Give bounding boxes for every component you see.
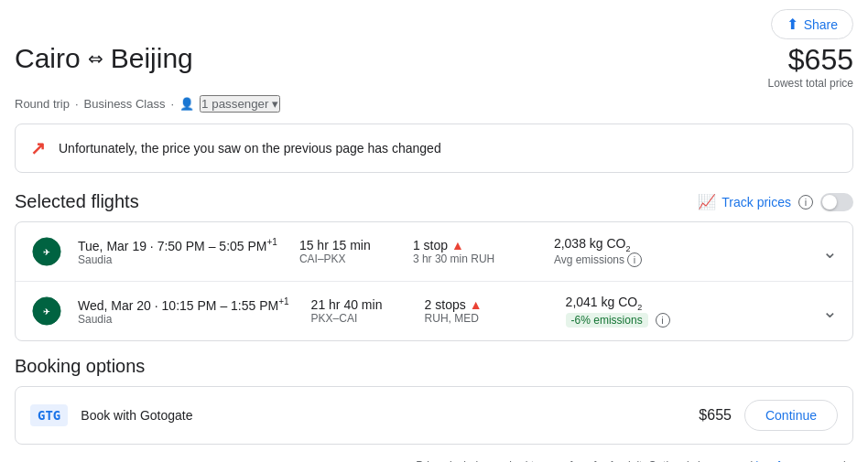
duration-1: 15 hr 15 min (299, 238, 391, 252)
cabin-class: Business Class (84, 97, 166, 111)
passenger-count: 1 passenger (201, 97, 268, 111)
stop-detail-2: RUH, MED (425, 312, 544, 325)
passenger-icon: 👤 (179, 97, 194, 111)
dropdown-icon: ▾ (272, 97, 278, 111)
emissions-info-1: 2,038 kg CO2 Avg emissions i (554, 236, 682, 268)
svg-text:✈: ✈ (43, 307, 50, 317)
swap-icon: ⇔ (88, 48, 103, 70)
emissions-info-2: 2,041 kg CO2 -6% emissions i (566, 295, 694, 328)
route-1: CAI–PKX (299, 252, 391, 265)
emissions-info-icon-2[interactable]: i (656, 313, 670, 328)
route-title: Cairo ⇔ Beijing (15, 43, 193, 74)
warning-icon-1: ▲ (451, 238, 464, 252)
track-prices-label: Track prices (722, 195, 791, 210)
alert-banner: ↗ Unfortunately, the price you saw on th… (15, 124, 853, 173)
airline-logo-2: ✈ (30, 295, 63, 328)
track-prices-area: 📈 Track prices i (698, 193, 853, 211)
top-bar: ⬆ Share (0, 0, 868, 43)
emissions-1: 2,038 kg CO2 (554, 236, 682, 253)
svg-text:✈: ✈ (43, 248, 50, 257)
price-change-icon: ↗ (30, 137, 46, 159)
expand-flight-1[interactable]: ⌄ (822, 241, 838, 263)
track-prices-button[interactable]: 📈 Track prices (698, 193, 791, 210)
flight-details-1: Tue, Mar 19 · 7:50 PM – 5:05 PM+1 Saudia… (78, 236, 808, 268)
page-header: Cairo ⇔ Beijing $655 Lowest total price (0, 43, 868, 93)
stops-2: 2 stops ▲ (425, 297, 544, 312)
booking-title: Booking options (15, 356, 853, 377)
stops-1: 1 stop ▲ (413, 238, 532, 252)
trip-info: Round trip · Business Class · 👤 1 passen… (0, 93, 868, 124)
emissions-info-icon-1[interactable]: i (627, 252, 642, 267)
flight-time-info-2: Wed, Mar 20 · 10:15 PM – 1:55 PM+1 Saudi… (78, 296, 289, 326)
origin-city: Cairo (15, 43, 81, 74)
track-prices-info-icon[interactable]: i (798, 195, 813, 210)
gotogate-logo: GTG (30, 404, 68, 426)
alert-message: Unfortunately, the price you saw on the … (59, 141, 441, 156)
emissions-2: 2,041 kg CO2 (566, 295, 694, 312)
flight-times-2: Wed, Mar 20 · 10:15 PM – 1:55 PM+1 (78, 296, 289, 313)
trending-icon: 📈 (698, 193, 716, 210)
booking-card: GTG Book with Gotogate $655 Continue (15, 386, 853, 445)
footer-note: Prices include required taxes + fees for… (0, 452, 868, 462)
continue-button[interactable]: Continue (744, 400, 838, 431)
stop-detail-1: 3 hr 30 min RUH (413, 252, 532, 265)
stops-info-1: 1 stop ▲ 3 hr 30 min RUH (413, 238, 532, 265)
share-button[interactable]: ⬆ Share (771, 9, 853, 39)
flights-container: ✈ Tue, Mar 19 · 7:50 PM – 5:05 PM+1 Saud… (15, 221, 853, 341)
airline-name-1: Saudia (78, 253, 277, 266)
expand-flight-2[interactable]: ⌄ (822, 300, 838, 322)
total-price: $655 (768, 43, 853, 77)
warning-icon-2: ▲ (470, 297, 483, 312)
route-2: PKX–CAI (311, 312, 403, 325)
flight-details-2: Wed, Mar 20 · 10:15 PM – 1:55 PM+1 Saudi… (78, 295, 808, 328)
emissions-label-1: Avg emissions i (554, 252, 682, 267)
trip-type: Round trip (15, 97, 70, 111)
stops-info-2: 2 stops ▲ RUH, MED (425, 297, 544, 325)
track-prices-toggle[interactable] (820, 193, 853, 211)
selected-flights-title: Selected flights (15, 191, 139, 212)
airline-logo-1: ✈ (30, 235, 63, 268)
flight-time-info-1: Tue, Mar 19 · 7:50 PM – 5:05 PM+1 Saudia (78, 237, 277, 266)
provider-name: Book with Gotogate (81, 408, 686, 423)
flight-row: ✈ Tue, Mar 19 · 7:50 PM – 5:05 PM+1 Saud… (16, 222, 852, 282)
passenger-button[interactable]: 1 passenger ▾ (200, 95, 280, 113)
destination-city: Beijing (111, 43, 193, 74)
share-label: Share (804, 17, 838, 32)
airline-name-2: Saudia (78, 313, 289, 326)
lowest-price-label: Lowest total price (768, 77, 853, 90)
flight-times-1: Tue, Mar 19 · 7:50 PM – 5:05 PM+1 (78, 237, 277, 253)
price-area: $655 Lowest total price (768, 43, 853, 90)
emissions-badge-2: -6% emissions i (566, 312, 694, 328)
share-icon: ⬆ (787, 16, 798, 33)
booking-price: $655 (699, 407, 732, 424)
flight-row-2: ✈ Wed, Mar 20 · 10:15 PM – 1:55 PM+1 Sau… (16, 282, 852, 340)
booking-section: Booking options GTG Book with Gotogate $… (0, 341, 868, 452)
duration-2: 21 hr 40 min (311, 297, 403, 312)
duration-info-1: 15 hr 15 min CAI–PKX (299, 238, 391, 265)
duration-info-2: 21 hr 40 min PKX–CAI (311, 297, 403, 325)
selected-flights-header: Selected flights 📈 Track prices i (0, 184, 868, 221)
